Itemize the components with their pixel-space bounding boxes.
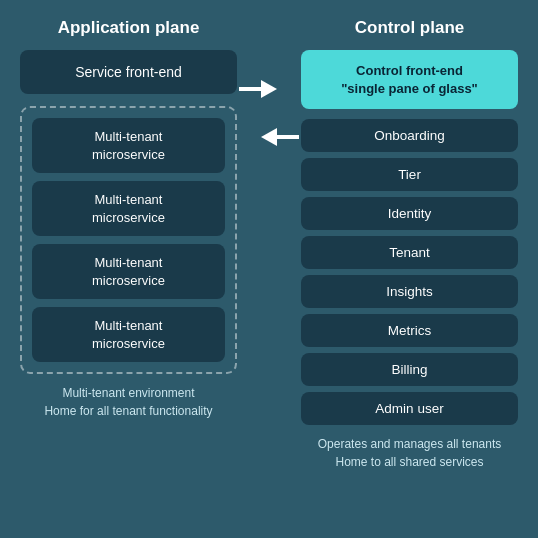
left-column: Application plane Service front-end Mult…	[20, 18, 237, 420]
service-frontend-label: Service front-end	[75, 64, 182, 80]
service-insights: Insights	[301, 275, 518, 308]
service-metrics: Metrics	[301, 314, 518, 347]
multi-tenant-box-3: Multi-tenantmicroservice	[32, 244, 225, 299]
arrow-area	[261, 80, 277, 146]
control-frontend-label-line1: Control front-end	[311, 62, 508, 80]
left-column-header: Application plane	[20, 18, 237, 38]
control-frontend-box: Control front-end "single pane of glass"	[301, 50, 518, 109]
left-footer-line1: Multi-tenant environment	[20, 384, 237, 402]
multi-tenant-box-1: Multi-tenantmicroservice	[32, 118, 225, 173]
service-identity: Identity	[301, 197, 518, 230]
multi-tenant-box-4: Multi-tenantmicroservice	[32, 307, 225, 362]
control-frontend-label-line2: "single pane of glass"	[311, 80, 508, 98]
multi-tenant-container: Multi-tenantmicroservice Multi-tenantmic…	[20, 106, 237, 374]
columns-layout: Application plane Service front-end Mult…	[20, 18, 518, 524]
service-tenant: Tenant	[301, 236, 518, 269]
multi-tenant-box-2: Multi-tenantmicroservice	[32, 181, 225, 236]
right-column: Control plane Control front-end "single …	[301, 18, 518, 471]
service-onboarding: Onboarding	[301, 119, 518, 152]
arrow-left-icon	[261, 128, 277, 146]
service-billing: Billing	[301, 353, 518, 386]
right-column-header: Control plane	[301, 18, 518, 38]
arrows-column	[247, 18, 291, 146]
diagram-container: Application plane Service front-end Mult…	[0, 0, 538, 538]
right-footer-line3: Home to all shared services	[301, 453, 518, 471]
service-tier: Tier	[301, 158, 518, 191]
right-footer-line1: Operates and manages all tenants	[301, 435, 518, 453]
arrow-right-icon	[261, 80, 277, 98]
right-footer: Operates and manages all tenants Home to…	[301, 435, 518, 471]
left-footer: Multi-tenant environment Home for all te…	[20, 384, 237, 420]
control-services-list: Onboarding Tier Identity Tenant Insights…	[301, 119, 518, 425]
service-admin-user: Admin user	[301, 392, 518, 425]
left-footer-line2: Home for all tenant functionality	[20, 402, 237, 420]
service-frontend-box: Service front-end	[20, 50, 237, 94]
